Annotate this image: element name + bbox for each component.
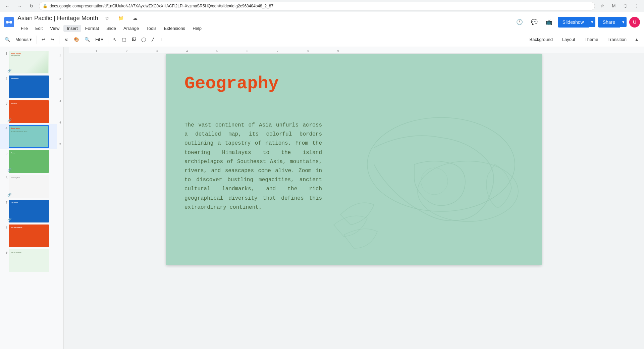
menus-button[interactable]: Menus ▾ [13, 35, 34, 45]
slide-number-4: 4 [2, 125, 7, 130]
ruler-h-1: 1 [96, 49, 97, 53]
slide-thumb-5: History [9, 150, 49, 173]
ruler-h-2: 2 [126, 49, 127, 53]
menu-help[interactable]: Help [189, 25, 205, 32]
menu-bar: File Edit View Insert Format Slide Arran… [17, 25, 510, 32]
line-tool[interactable]: ╱ [150, 35, 156, 45]
collapse-toolbar-button[interactable]: ▲ [632, 35, 641, 44]
profile-icon[interactable]: M [609, 1, 619, 11]
present-icon[interactable]: 📺 [543, 16, 555, 28]
zoom-button[interactable]: 🔍 [83, 35, 92, 45]
slide-item-3[interactable]: 3 Overview 🔗 [0, 99, 57, 124]
slide-number-5: 5 [2, 150, 7, 155]
shapes-tool[interactable]: ◯ [139, 35, 148, 45]
slide-title[interactable]: Geography [184, 74, 279, 94]
url-text: docs.google.com/presentation/d/1nCiUukoN… [50, 4, 273, 8]
cloud-icon[interactable]: ☁ [129, 12, 141, 24]
star-icon[interactable]: ☆ [101, 12, 113, 24]
slideshow-btn-group: Slideshow ▾ [558, 17, 595, 28]
address-bar[interactable]: 🔒 docs.google.com/presentation/d/1nCiUuk… [39, 2, 595, 10]
ruler-mark-2: 2 [59, 77, 61, 81]
transition-button[interactable]: Transition [603, 36, 631, 43]
canvas-wrapper: 1 2 3 4 5 1 2 3 4 5 6 7 8 9 [57, 47, 644, 349]
svg-rect-0 [6, 21, 8, 23]
reload-button[interactable]: ↻ [27, 1, 36, 11]
menu-file[interactable]: File [17, 25, 31, 32]
avatar[interactable]: U [629, 17, 640, 28]
slide-thumb-9: How we celebrate [9, 249, 49, 272]
fit-button[interactable]: Fit ▾ [93, 35, 105, 45]
divider-1 [37, 36, 37, 44]
fit-dropdown-icon: ▾ [101, 37, 103, 42]
select-frame-tool[interactable]: ⬚ [120, 35, 128, 45]
slideshow-button[interactable]: Slideshow [558, 17, 589, 28]
share-button[interactable]: Share [598, 17, 620, 28]
menu-insert[interactable]: Insert [63, 25, 81, 32]
forward-button[interactable]: → [15, 1, 24, 11]
slide-number-1: 1 [2, 51, 7, 56]
slide-canvas[interactable]: Geography The vast continent of Asia unf… [166, 54, 542, 265]
text-tool[interactable]: T [158, 35, 164, 45]
extensions-icon[interactable]: ⬡ [621, 1, 630, 11]
theme-button[interactable]: Theme [581, 36, 602, 43]
slide-item-1[interactable]: 1 Asian Pacific Heritage Month 🔗 [0, 50, 57, 74]
ruler-mark-5: 5 [59, 143, 61, 146]
image-tool[interactable]: 🖼 [129, 35, 138, 45]
slide-number-9: 9 [2, 249, 7, 254]
slide-item-5[interactable]: 5 History 🔗 [0, 149, 57, 174]
slide-link-icon-3: 🔗 [7, 118, 11, 122]
print-button[interactable]: 🖨 [62, 35, 70, 45]
doc-title-icons: ☆ 📁 ☁ [101, 12, 141, 24]
browser-icons: ☆ M ⬡ ⋮ [598, 1, 641, 11]
folder-icon[interactable]: 📁 [115, 12, 127, 24]
slide-item-7[interactable]: 7 Key people 🔗 [0, 199, 57, 223]
doc-title[interactable]: Asian Pacific | Heritage Month [17, 15, 98, 22]
app-header: Asian Pacific | Heritage Month ☆ 📁 ☁ Fil… [0, 12, 644, 32]
menu-extensions[interactable]: Extensions [161, 25, 189, 32]
menu-view[interactable]: View [47, 25, 63, 32]
header-actions: 🕐 💬 📺 Slideshow ▾ Share ▾ U [514, 16, 640, 28]
slide-item-4[interactable]: 4 Geography The vast continent of Asia..… [0, 124, 57, 149]
slide-item-2[interactable]: 2 Introduction [0, 74, 57, 99]
canvas-area[interactable]: 1 2 3 4 5 6 7 8 9 [64, 47, 644, 349]
menu-arrange[interactable]: Arrange [120, 25, 142, 32]
undo-button[interactable]: ↩ [40, 35, 47, 45]
paint-format-button[interactable]: 🎨 [72, 35, 81, 45]
menus-dropdown-icon: ▾ [30, 37, 32, 42]
slide-item-9[interactable]: 9 How we celebrate [0, 248, 57, 273]
ruler-h-7: 7 [277, 49, 278, 53]
background-button[interactable]: Background [525, 36, 556, 43]
menu-slide[interactable]: Slide [103, 25, 119, 32]
more-icon[interactable]: ⋮ [632, 1, 641, 11]
comment-icon[interactable]: 💬 [528, 16, 540, 28]
slide-thumb-7: Key people [9, 200, 49, 222]
ruler-h-6: 6 [247, 49, 248, 53]
ruler-mark-3: 3 [59, 99, 61, 102]
slide-thumb-1: Asian Pacific Heritage Month [9, 51, 49, 73]
slide-number-7: 7 [2, 200, 7, 205]
slide-item-8[interactable]: 8 Arts and literature [0, 223, 57, 248]
slide-thumb-4: Geography The vast continent of Asia... [9, 125, 49, 148]
back-button[interactable]: ← [3, 1, 12, 11]
slide-item-6[interactable]: 6 Interesting facts 🔗 [0, 174, 57, 199]
slide-body[interactable]: The vast continent of Asia unfurls acros… [184, 121, 322, 212]
ruler-h-5: 5 [216, 49, 218, 53]
doc-title-row: Asian Pacific | Heritage Month ☆ 📁 ☁ [17, 12, 510, 24]
menu-edit[interactable]: Edit [32, 25, 46, 32]
layout-button[interactable]: Layout [558, 36, 579, 43]
menu-tools[interactable]: Tools [143, 25, 160, 32]
slide-link-icon-7: 🔗 [7, 218, 11, 221]
history-icon[interactable]: 🕐 [514, 16, 526, 28]
slide-number-6: 6 [2, 175, 7, 180]
search-button[interactable]: 🔍 [3, 35, 12, 45]
slide-panel: 1 Asian Pacific Heritage Month 🔗 2 Intro… [0, 47, 57, 349]
browser-bar: ← → ↻ 🔒 docs.google.com/presentation/d/1… [0, 0, 644, 12]
slideshow-dropdown[interactable]: ▾ [589, 17, 595, 27]
select-tool[interactable]: ↖ [111, 35, 119, 45]
redo-button[interactable]: ↪ [49, 35, 56, 45]
bookmark-icon[interactable]: ☆ [598, 1, 607, 11]
menu-format[interactable]: Format [82, 25, 102, 32]
fit-label: Fit [95, 37, 100, 42]
menus-label: Menus [15, 37, 29, 42]
share-dropdown[interactable]: ▾ [620, 17, 627, 27]
